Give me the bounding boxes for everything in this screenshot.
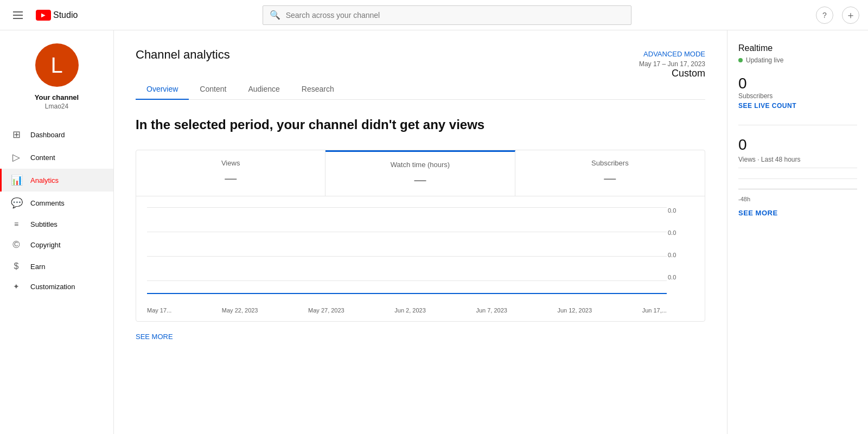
sidebar-item-dashboard[interactable]: ⊞ Dashboard <box>0 123 113 146</box>
stats-header: Views — Watch time (hours) — Subscribers… <box>136 150 705 196</box>
stat-subscribers-label: Subscribers <box>526 159 694 167</box>
logo-text: Studio <box>53 10 78 20</box>
realtime-title: Realtime <box>738 43 857 53</box>
stat-views-value: — <box>147 171 314 186</box>
sidebar-item-label: Copyright <box>30 241 61 249</box>
mini-chart-line-mid <box>738 178 857 179</box>
search-bar[interactable]: 🔍 <box>263 5 631 25</box>
sidebar-item-earn[interactable]: $ Earn <box>0 256 113 277</box>
no-views-message: In the selected period, your channel did… <box>136 117 705 132</box>
chart-x-labels: May 17... May 22, 2023 May 27, 2023 Jun … <box>136 305 678 316</box>
mini-chart-baseline <box>738 189 857 189</box>
x-label-3: Jun 2, 2023 <box>394 307 426 314</box>
youtube-icon <box>36 10 51 21</box>
y-label-3: 0.0 <box>668 252 694 258</box>
tab-audience[interactable]: Audience <box>237 79 290 100</box>
earn-icon: $ <box>11 261 22 271</box>
tab-overview[interactable]: Overview <box>136 79 189 100</box>
dashboard-icon: ⊞ <box>11 129 22 141</box>
stat-watch-time[interactable]: Watch time (hours) — <box>326 150 515 196</box>
x-label-6: Jun 17,... <box>642 307 667 314</box>
layout: L Your channel Lmao24 ⊞ Dashboard ▷ Cont… <box>0 30 868 434</box>
sidebar-item-comments[interactable]: 💬 Comments <box>0 192 113 214</box>
stat-subscribers-value: — <box>526 171 694 186</box>
tab-content[interactable]: Content <box>189 79 237 100</box>
date-range-text: May 17 – Jun 17, 2023 <box>639 60 705 68</box>
stat-views[interactable]: Views — <box>136 150 326 196</box>
mini-chart-line-top <box>738 168 857 168</box>
copyright-icon: © <box>11 239 22 251</box>
subscribers-stat: 0 Subscribers SEE LIVE COUNT <box>738 75 857 110</box>
sidebar-item-label: Customization <box>30 283 75 291</box>
views-realtime-stat: 0 Views · Last 48 hours <box>738 136 857 163</box>
divider <box>738 125 857 125</box>
chart-area: 0.0 0.0 0.0 0.0 May 17... May 22, 2023 M… <box>136 196 705 321</box>
stat-watch-time-label: Watch time (hours) <box>336 161 503 169</box>
x-label-4: Jun 7, 2023 <box>476 307 507 314</box>
topbar: Studio 🔍 ? ＋ <box>0 0 868 30</box>
live-text: Updating live <box>746 56 783 64</box>
date-range-custom: Custom <box>639 68 705 79</box>
mini-chart <box>738 168 857 189</box>
stat-watch-time-value: — <box>336 173 503 187</box>
topbar-right: ? ＋ <box>816 7 859 24</box>
customization-icon: ✦ <box>11 282 22 291</box>
sidebar-item-content[interactable]: ▷ Content <box>0 146 113 169</box>
sidebar-item-label: Analytics <box>30 176 59 184</box>
stat-views-label: Views <box>147 159 314 167</box>
x-label-0: May 17... <box>147 307 171 314</box>
tabs: Overview Content Audience Research <box>136 79 705 100</box>
topbar-center: 🔍 <box>78 5 816 25</box>
sidebar-item-label: Earn <box>30 263 45 271</box>
y-label-2: 0.0 <box>668 229 694 236</box>
sidebar-item-label: Comments <box>30 199 65 207</box>
sidebar-item-label: Subtitles <box>30 220 58 228</box>
analytics-icon: 📊 <box>11 174 22 186</box>
subscribers-label: Subscribers <box>738 92 857 100</box>
sidebar-item-analytics[interactable]: 📊 Analytics <box>0 169 113 192</box>
live-indicator: Updating live <box>738 56 857 64</box>
sidebar-item-subtitles[interactable]: ≡ Subtitles <box>0 214 113 234</box>
sidebar-item-label: Content <box>30 154 55 162</box>
menu-button[interactable] <box>9 7 27 23</box>
stat-subscribers[interactable]: Subscribers — <box>515 150 705 196</box>
see-more-button[interactable]: SEE MORE <box>136 330 173 343</box>
y-label-1: 0.0 <box>668 207 694 214</box>
see-more-right-button[interactable]: SEE MORE <box>738 209 857 217</box>
create-button[interactable]: ＋ <box>842 7 859 24</box>
channel-handle: Lmao24 <box>45 103 68 110</box>
comments-icon: 💬 <box>11 197 22 209</box>
search-input[interactable] <box>286 11 624 20</box>
x-label-5: Jun 12, 2023 <box>557 307 592 314</box>
sidebar-nav: ⊞ Dashboard ▷ Content 📊 Analytics 💬 Comm… <box>0 123 113 296</box>
views-label: Views · Last 48 hours <box>738 156 857 163</box>
advanced-mode-btn[interactable]: ADVANCED MODE <box>639 50 705 58</box>
help-button[interactable]: ? <box>816 7 833 24</box>
subscribers-count: 0 <box>738 75 857 92</box>
live-dot <box>738 58 743 62</box>
views-count: 0 <box>738 136 857 154</box>
stats-table: Views — Watch time (hours) — Subscribers… <box>136 150 705 322</box>
page-title: Channel analytics <box>136 48 230 62</box>
sidebar-item-customization[interactable]: ✦ Customization <box>0 277 113 296</box>
topbar-left: Studio <box>9 7 78 23</box>
tab-research[interactable]: Research <box>291 79 345 100</box>
logo: Studio <box>36 10 78 21</box>
see-live-count-button[interactable]: SEE LIVE COUNT <box>738 102 857 110</box>
content-wrapper: Channel analytics ADVANCED MODE May 17 –… <box>114 30 868 434</box>
y-label-4: 0.0 <box>668 274 694 280</box>
avatar: L <box>35 43 79 87</box>
x-label-1: May 22, 2023 <box>222 307 258 314</box>
main-content: Channel analytics ADVANCED MODE May 17 –… <box>114 30 727 434</box>
subtitles-icon: ≡ <box>11 220 22 228</box>
search-icon: 🔍 <box>270 10 280 20</box>
x-label-2: May 27, 2023 <box>308 307 344 314</box>
sidebar-item-label: Dashboard <box>30 131 65 139</box>
content-icon: ▷ <box>11 151 22 163</box>
channel-name: Your channel <box>35 93 79 101</box>
right-panel: Realtime Updating live 0 Subscribers SEE… <box>727 30 868 434</box>
sidebar: L Your channel Lmao24 ⊞ Dashboard ▷ Cont… <box>0 30 114 434</box>
time-label: -48h <box>738 196 857 202</box>
sidebar-item-copyright[interactable]: © Copyright <box>0 234 113 256</box>
